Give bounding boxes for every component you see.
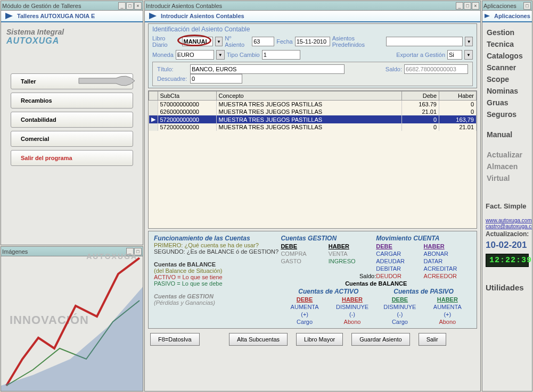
f8-button[interactable]: F8=DatosIva: [150, 333, 200, 346]
update-date: 10-02-201: [482, 239, 532, 252]
left-header: Talleres AUTOXUGA NOIA E: [17, 13, 95, 19]
app-link-disabled[interactable]: Virtual: [486, 172, 529, 184]
saldo-input: [404, 64, 468, 74]
nasiento-input[interactable]: [252, 37, 274, 46]
maximize-icon[interactable]: □: [523, 2, 531, 10]
info-panel: Funcionamiento de las Cuentas PRIMERO: ¿…: [148, 231, 477, 329]
moneda-label: Moneda: [152, 52, 174, 58]
app-link[interactable]: Catalogos: [486, 50, 529, 62]
entries-grid[interactable]: SubCta Concepto Debe Haber 570000000000M…: [148, 90, 477, 229]
export-dropdown-icon[interactable]: [464, 50, 473, 60]
section-legend: Identificación del Asiento Contable: [149, 24, 476, 34]
predef-input[interactable]: [386, 37, 463, 46]
saldo-label: Saldo:: [386, 66, 402, 72]
left-window-title: Módulo de Gestión de Talleres: [2, 3, 118, 9]
logo-line1: Sistema Integral: [6, 28, 137, 36]
right-window-title: Aplicaciones: [483, 3, 523, 9]
descuadre-label: Descuadre:: [157, 76, 188, 82]
col-debe[interactable]: Debe: [402, 91, 439, 101]
fact-simple[interactable]: Fact. Simple: [482, 201, 532, 211]
app-link[interactable]: Gestion: [486, 27, 529, 38]
export-input[interactable]: [447, 50, 462, 60]
table-row[interactable]: 626000000000MUESTRA TRES JUEGOS PASTILLA…: [149, 108, 477, 115]
minimize-icon[interactable]: _: [456, 2, 463, 10]
app-link[interactable]: Scanner: [486, 62, 529, 73]
maximize-icon[interactable]: □: [126, 2, 134, 10]
app-link-disabled[interactable]: Almacen: [486, 161, 529, 172]
app-link[interactable]: Seguros: [486, 109, 529, 120]
predef-dropdown-icon[interactable]: [465, 37, 473, 46]
table-row[interactable]: 572000000000MUESTRA TRES JUEGOS PASTILLA…: [149, 123, 477, 131]
svg-marker-0: [1, 285, 143, 391]
minimize-icon[interactable]: _: [118, 2, 126, 10]
libro-dropdown-icon[interactable]: [215, 37, 223, 46]
actual-label: Actualizacion:: [482, 229, 532, 239]
right-header: Aplicaciones: [494, 13, 530, 19]
col-haber[interactable]: Haber: [439, 91, 477, 101]
close-icon[interactable]: ×: [472, 2, 479, 10]
mail-link[interactable]: castro@autoxuga.com: [482, 223, 532, 229]
tipo-label: Tipo Cambio: [227, 52, 260, 58]
fecha-input[interactable]: [295, 37, 330, 46]
salir-button[interactable]: Salir del programa: [11, 150, 133, 166]
app-link[interactable]: Tecnica: [486, 38, 529, 50]
mid-window-title: Introducir Asientos Contables: [146, 3, 456, 9]
wrench-icon: [73, 70, 137, 91]
guardar-button[interactable]: Guardar Asiento: [351, 333, 410, 346]
descuadre-input[interactable]: [190, 74, 242, 84]
maximize-icon[interactable]: □: [464, 2, 471, 10]
col-concepto[interactable]: Concepto: [216, 91, 402, 101]
app-link-disabled[interactable]: Actualizar: [486, 149, 529, 161]
comercial-button[interactable]: Comercial: [11, 131, 133, 147]
recambios-button[interactable]: Recambios: [11, 93, 133, 109]
libro-input[interactable]: [182, 37, 213, 46]
libro-label: Libro Diario: [152, 35, 180, 48]
manual-link[interactable]: Manual: [486, 129, 529, 140]
table-row[interactable]: ▶572000000000MUESTRA TRES JUEGOS PASTILL…: [149, 115, 477, 123]
app-link[interactable]: Gruas: [486, 97, 529, 109]
predef-label: Asientos Predefinidos: [332, 35, 384, 48]
table-row[interactable]: 570000000000MUESTRA TRES JUEGOS PASTILLA…: [149, 101, 477, 109]
titulo-input[interactable]: [190, 64, 345, 74]
clock-display: 12:22:39: [486, 254, 529, 267]
chart-background-icon: [1, 253, 143, 391]
moneda-dropdown-icon[interactable]: [216, 50, 225, 60]
contabilidad-button[interactable]: Contabilidad: [11, 112, 133, 128]
web-link[interactable]: www.autoxuga.com: [482, 218, 532, 223]
app-link[interactable]: Scope: [486, 73, 529, 85]
alta-button[interactable]: Alta Subcuentas: [229, 333, 288, 346]
close-icon[interactable]: ×: [134, 2, 142, 10]
tipo-input[interactable]: [262, 50, 300, 60]
arrow-right-icon: [149, 13, 157, 19]
fecha-label: Fecha: [276, 38, 293, 45]
nasiento-label: Nº Asiento: [225, 35, 250, 48]
export-label: Exportar a Gestión: [396, 52, 445, 58]
salir-button[interactable]: Salir: [419, 333, 446, 346]
utilidades[interactable]: Utilidades: [482, 282, 532, 293]
mid-header: Introducir Asientos Contables: [161, 13, 244, 19]
arrow-right-icon: [5, 13, 13, 19]
app-link[interactable]: Nominas: [486, 85, 529, 97]
logo-line2: AUTOXUGA: [6, 36, 137, 46]
col-subcta[interactable]: SubCta: [158, 91, 216, 101]
arrow-right-icon: [485, 14, 490, 18]
libro-mayor-button[interactable]: Libro Mayor: [296, 333, 343, 346]
titulo-label: Título:: [157, 66, 188, 72]
moneda-input[interactable]: [176, 50, 214, 60]
